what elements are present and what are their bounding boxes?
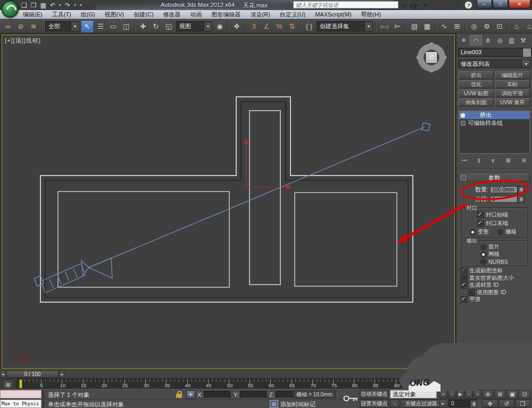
configure-modifier-sets-button[interactable]: ⊞ <box>522 157 527 164</box>
modbtn-uvw-map[interactable]: UVW 贴图 <box>459 89 494 97</box>
time-slider-next-button[interactable]: ▸ <box>59 370 65 378</box>
make-unique-button[interactable]: ∨ <box>491 157 495 164</box>
zoom-region-button[interactable]: ⊡ <box>519 390 530 398</box>
named-selection-sets-select[interactable]: 创建选择集 ▼ <box>317 21 373 31</box>
tab-utilities[interactable]: ⚒ <box>518 35 529 45</box>
angle-snap-button[interactable]: ∠ <box>261 21 272 32</box>
stack-item-extrude[interactable]: 挤出 <box>459 111 529 119</box>
reference-coordinate-select[interactable]: 视图 ▼ <box>176 21 212 31</box>
bind-to-space-warp-icon[interactable]: ≋ <box>28 21 39 32</box>
select-by-name-button[interactable]: ☰ <box>95 21 106 32</box>
mesh-radio[interactable] <box>480 252 486 257</box>
selection-region-button[interactable]: ▭ <box>107 21 119 32</box>
undo-icon[interactable]: ↶ <box>50 2 55 9</box>
go-to-end-button[interactable]: » <box>473 390 481 398</box>
menu-customize[interactable]: 自定义(U) <box>275 11 310 19</box>
modifier-enable-bulb-icon[interactable] <box>461 113 465 118</box>
align-button[interactable]: ⊨ <box>392 21 403 32</box>
zoom-button[interactable]: ⊕ <box>482 390 494 398</box>
show-end-result-button[interactable]: ‖ <box>478 157 480 164</box>
modbtn-lathe[interactable]: 车削 <box>495 80 530 88</box>
tab-create[interactable]: ✳ <box>458 35 469 45</box>
previous-frame-button[interactable]: ‹ <box>448 390 456 398</box>
gen-mapping-coords-checkbox[interactable] <box>461 268 467 274</box>
mini-curve-editor-button[interactable]: ▦ <box>3 380 13 389</box>
redo-icon[interactable]: ↷ <box>65 2 70 9</box>
amount-field[interactable]: 100.0mm <box>490 186 518 193</box>
grid-radio[interactable] <box>497 229 503 235</box>
rendered-frame-window-button[interactable]: ⊡ <box>494 21 505 32</box>
viewcube-top-face[interactable] <box>426 52 437 63</box>
percent-snap-button[interactable]: % <box>273 21 285 32</box>
set-key-button[interactable]: 设置关键点 <box>360 399 389 408</box>
object-name-field[interactable]: Line003 <box>458 48 523 57</box>
modbtn-unwrap-uvw[interactable]: UVW 展开 <box>495 98 530 106</box>
stack-item-editable-spline[interactable]: 可编辑样条线 <box>459 119 529 127</box>
schematic-view-button[interactable]: ⊞ <box>451 21 463 32</box>
open-file-icon[interactable]: ❒ <box>31 2 37 9</box>
menu-modifiers[interactable]: 修改器 <box>159 11 186 19</box>
menu-tools[interactable]: 工具(T) <box>47 11 76 19</box>
qat-customize-icon[interactable]: ▾ <box>80 3 82 7</box>
modifier-list-select[interactable]: 修改器列表 ▼ <box>458 60 531 68</box>
render-iterative-button[interactable]: ♨ <box>511 21 522 32</box>
app-logo[interactable] <box>2 1 19 18</box>
selection-filter-select[interactable]: 全部 ▼ <box>45 21 79 31</box>
track-bar[interactable]: ▦ 0 5 10 15 20 25 30 35 40 45 50 55 60 6… <box>0 378 456 389</box>
favorites-star-icon[interactable]: ☆ <box>454 2 460 9</box>
segments-spinner[interactable] <box>518 195 525 203</box>
remove-modifier-button[interactable]: ⊠ <box>506 157 511 164</box>
tab-modify[interactable]: ◠ <box>470 35 482 46</box>
menu-animation[interactable]: 动画 <box>186 11 207 19</box>
snaps-toggle-button[interactable]: 3 <box>248 21 260 32</box>
viewport-canvas[interactable]: [+][顶][线框] <box>2 35 455 369</box>
tab-hierarchy[interactable]: ⋔ <box>483 35 494 45</box>
modbtn-extrude[interactable]: 挤出 <box>459 71 494 79</box>
material-editor-button[interactable]: ◎ <box>468 21 480 32</box>
select-and-link-icon[interactable]: ∞ <box>2 21 14 32</box>
modbtn-turbosmooth[interactable]: 涡轮平滑 <box>495 89 530 97</box>
zoom-extents-button[interactable]: ▣ <box>506 390 518 398</box>
menu-graph-editors[interactable]: 图形编辑器 <box>207 11 246 19</box>
help-icon[interactable]: ? <box>464 1 472 9</box>
maximize-viewport-button[interactable]: ❒ <box>515 399 530 408</box>
segments-field[interactable]: 1 <box>490 196 518 203</box>
go-to-start-button[interactable]: « <box>439 390 447 398</box>
unlink-selection-icon[interactable]: ⊘ <box>15 21 27 32</box>
infocenter-search-input[interactable] <box>293 1 398 9</box>
menu-group[interactable]: 组(G) <box>76 11 100 19</box>
menu-views[interactable]: 视图(V) <box>100 11 129 19</box>
pan-button[interactable]: ✥ <box>482 399 498 408</box>
patch-radio[interactable] <box>480 244 486 250</box>
tab-motion[interactable]: ◎ <box>494 35 505 45</box>
add-time-tag[interactable]: 添加时间标记 <box>280 401 315 408</box>
redo-dropdown-icon[interactable]: ▾ <box>74 3 76 7</box>
render-setup-button[interactable]: ⚙ <box>481 21 493 32</box>
menu-maxscript[interactable]: MAXScript(M) <box>310 11 356 18</box>
key-mode-toggle-button[interactable]: ⇤ <box>439 399 447 408</box>
cap-start-checkbox[interactable] <box>477 212 484 218</box>
spinner-snap-button[interactable]: ⇅ <box>286 21 298 32</box>
time-slider-handle[interactable]: 0 / 100 <box>6 370 59 378</box>
amount-spinner[interactable] <box>518 186 525 194</box>
search-binoculars-icon[interactable]: ∞ <box>401 2 406 9</box>
undo-dropdown-icon[interactable]: ▾ <box>59 3 61 7</box>
pin-stack-button[interactable]: ⊸ <box>462 157 467 164</box>
viewcube[interactable] <box>418 44 445 71</box>
macro-recorder-field[interactable] <box>0 390 41 398</box>
communication-center-icon[interactable]: ✴ <box>423 2 428 9</box>
layer-manager-button[interactable]: ▤ <box>409 21 420 32</box>
minimize-button[interactable]: – <box>477 0 492 9</box>
select-and-move-button[interactable]: ✚ <box>137 21 149 32</box>
zoom-all-button[interactable]: ⊞ <box>494 390 506 398</box>
select-and-scale-button[interactable]: ◱ <box>163 21 174 32</box>
gen-material-ids-checkbox[interactable] <box>461 282 467 288</box>
current-frame-marker[interactable] <box>19 379 22 388</box>
time-slider-prev-button[interactable]: ◂ <box>0 370 6 378</box>
select-and-rotate-button[interactable]: ↻ <box>150 21 162 32</box>
mirror-button[interactable]: ▷◁ <box>379 21 390 32</box>
modbtn-edit-patch[interactable]: 编辑面片 <box>495 71 530 79</box>
real-world-map-size-checkbox[interactable] <box>461 275 467 281</box>
tab-display[interactable]: ▥ <box>506 35 517 45</box>
subscription-key-icon[interactable] <box>411 3 418 7</box>
